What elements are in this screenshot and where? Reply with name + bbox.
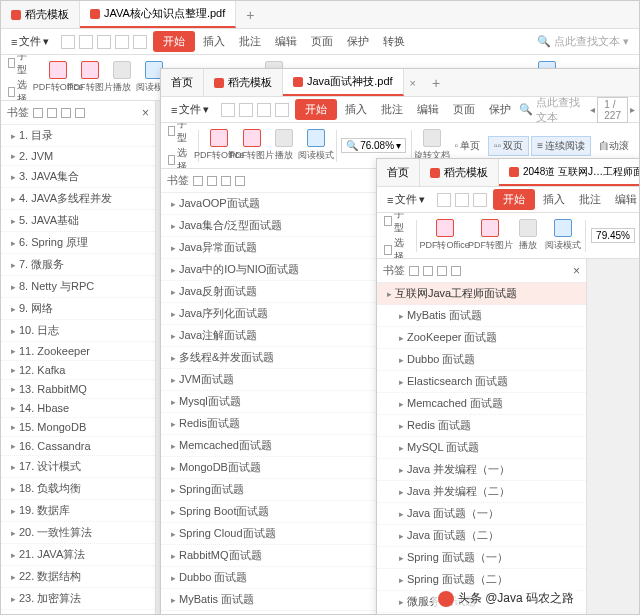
bookmark-item[interactable]: 23. 加密算法 bbox=[1, 588, 155, 610]
bookmark-item[interactable]: 多线程&并发面试题 bbox=[161, 347, 390, 369]
bookmark-item[interactable]: JavaOOP面试题 bbox=[161, 193, 390, 215]
start-tab[interactable]: 开始 bbox=[295, 99, 337, 120]
bookmark-item[interactable]: MongoDB面试题 bbox=[161, 457, 390, 479]
bookmark-item[interactable]: 10. 日志 bbox=[1, 320, 155, 342]
quick-icon[interactable] bbox=[437, 193, 451, 207]
read-mode[interactable]: 阅读模式 bbox=[301, 127, 331, 164]
bookmark-item[interactable]: Redis面试题 bbox=[161, 413, 390, 435]
tab-home[interactable]: 首页 bbox=[377, 159, 420, 186]
double-page[interactable]: ▫▫ 双页 bbox=[488, 136, 529, 156]
tab-document[interactable]: Java面试神技.pdf bbox=[283, 69, 404, 96]
bookmark-item[interactable]: Mysql面试题 bbox=[161, 391, 390, 413]
sidebar-icon[interactable] bbox=[221, 176, 231, 186]
menu-page[interactable]: 页面 bbox=[305, 32, 339, 51]
quick-icon[interactable] bbox=[239, 103, 253, 117]
bookmark-item[interactable]: Java异常面试题 bbox=[161, 237, 390, 259]
bookmark-item[interactable]: 12. Kafka bbox=[1, 361, 155, 380]
bookmark-item[interactable]: Spring Boot面试题 bbox=[161, 501, 390, 523]
bookmark-item[interactable]: Dubbo 面试题 bbox=[161, 567, 390, 589]
quick-icon[interactable] bbox=[133, 35, 147, 49]
start-tab[interactable]: 开始 bbox=[153, 31, 195, 52]
sidebar-icon[interactable] bbox=[61, 108, 71, 118]
pdf-to-image[interactable]: PDF转图片 bbox=[75, 59, 105, 96]
menu-insert[interactable]: 插入 bbox=[339, 100, 373, 119]
bookmark-list[interactable]: 1. 目录2. JVM3. JAVA集合4. JAVA多线程并发5. JAVA基… bbox=[1, 125, 155, 614]
bookmark-list[interactable]: JavaOOP面试题Java集合/泛型面试题Java异常面试题Java中的IO与… bbox=[161, 193, 390, 614]
menu-annotate[interactable]: 批注 bbox=[375, 100, 409, 119]
quick-icon[interactable] bbox=[455, 193, 469, 207]
bookmark-item[interactable]: 21. JAVA算法 bbox=[1, 544, 155, 566]
bookmark-item[interactable]: Redis 面试题 bbox=[377, 415, 586, 437]
close-icon[interactable]: × bbox=[573, 264, 580, 278]
play[interactable]: 播放 bbox=[513, 217, 543, 254]
zoom-control[interactable]: 🔍 76.08% ▾ bbox=[341, 138, 406, 153]
play[interactable]: 播放 bbox=[107, 59, 137, 96]
bookmark-item[interactable]: 4. JAVA多线程并发 bbox=[1, 188, 155, 210]
bookmark-item[interactable]: MyBatis 面试题 bbox=[377, 305, 586, 327]
bookmark-item[interactable]: Memcached面试题 bbox=[161, 435, 390, 457]
search[interactable]: 🔍 点此查找文本 bbox=[519, 95, 588, 125]
tab-document[interactable]: JAVA核心知识点整理.pdf bbox=[80, 1, 236, 28]
bookmark-item[interactable]: Java 面试题（一） bbox=[377, 503, 586, 525]
bookmark-list[interactable]: 互联网Java工程师面试题 MyBatis 面试题ZooKeeper 面试题Du… bbox=[377, 283, 586, 614]
bookmark-item[interactable]: 22. 数据结构 bbox=[1, 566, 155, 588]
sidebar-icon[interactable] bbox=[193, 176, 203, 186]
sidebar-icon[interactable] bbox=[235, 176, 245, 186]
start-tab[interactable]: 开始 bbox=[493, 189, 535, 210]
bookmark-item[interactable]: Linux 面试题 bbox=[377, 613, 586, 614]
single-page[interactable]: ▫ 单页 bbox=[449, 136, 487, 156]
hand-tool[interactable]: 手型 bbox=[168, 123, 190, 145]
bookmark-item[interactable]: 7. 微服务 bbox=[1, 254, 155, 276]
bookmark-item[interactable]: Java 面试题（二） bbox=[377, 525, 586, 547]
menu-edit[interactable]: 编辑 bbox=[411, 100, 445, 119]
continuous[interactable]: ≡ 连续阅读 bbox=[531, 136, 591, 156]
play[interactable]: 播放 bbox=[269, 127, 299, 164]
bookmark-item[interactable]: 1. 目录 bbox=[1, 125, 155, 147]
menu-insert[interactable]: 插入 bbox=[197, 32, 231, 51]
read-mode[interactable]: 阅读模式 bbox=[545, 217, 580, 254]
tab-templates[interactable]: 稻壳模板 bbox=[1, 1, 80, 28]
bookmark-item[interactable]: Java 并发编程（一） bbox=[377, 459, 586, 481]
file-menu[interactable]: ≡ 文件 ▾ bbox=[165, 100, 215, 119]
bookmark-item[interactable]: RabbitMQ面试题 bbox=[161, 545, 390, 567]
bookmark-item[interactable]: 互联网Java工程师面试题 bbox=[377, 283, 586, 305]
menu-protect[interactable]: 保护 bbox=[483, 100, 517, 119]
bookmark-item[interactable]: 20. 一致性算法 bbox=[1, 522, 155, 544]
bookmark-item[interactable]: Java反射面试题 bbox=[161, 281, 390, 303]
bookmark-item[interactable]: Elasticsearch 面试题 bbox=[377, 371, 586, 393]
document-area[interactable] bbox=[587, 259, 639, 614]
bookmark-item[interactable]: Spring Cloud面试题 bbox=[161, 523, 390, 545]
quick-icon[interactable] bbox=[275, 103, 289, 117]
sidebar-icon[interactable] bbox=[451, 266, 461, 276]
bookmark-item[interactable]: Spring 面试题（一） bbox=[377, 547, 586, 569]
quick-icon[interactable] bbox=[79, 35, 93, 49]
bookmark-item[interactable]: 19. 数据库 bbox=[1, 500, 155, 522]
tab-templates[interactable]: 稻壳模板 bbox=[204, 69, 283, 96]
bookmark-item[interactable]: 11. Zookeeper bbox=[1, 342, 155, 361]
bookmark-item[interactable]: Memcached 面试题 bbox=[377, 393, 586, 415]
bookmark-item[interactable]: Java集合/泛型面试题 bbox=[161, 215, 390, 237]
menu-convert[interactable]: 转换 bbox=[377, 32, 411, 51]
auto-scroll[interactable]: 自动滚 bbox=[593, 136, 635, 156]
sidebar-icon[interactable] bbox=[47, 108, 57, 118]
tab-close-icon[interactable]: × bbox=[404, 77, 422, 89]
tab-home[interactable]: 首页 bbox=[161, 69, 204, 96]
bookmark-item[interactable]: 6. Spring 原理 bbox=[1, 232, 155, 254]
bookmark-item[interactable]: ZooKeeper 面试题 bbox=[161, 611, 390, 614]
menu-page[interactable]: 页面 bbox=[447, 100, 481, 119]
quick-icon[interactable] bbox=[61, 35, 75, 49]
bookmark-item[interactable]: 9. 网络 bbox=[1, 298, 155, 320]
tab-add[interactable]: + bbox=[236, 7, 264, 23]
bookmark-item[interactable]: 24. 分布式缓存 bbox=[1, 610, 155, 614]
bookmark-item[interactable]: Java中的IO与NIO面试题 bbox=[161, 259, 390, 281]
menu-annotate[interactable]: 批注 bbox=[233, 32, 267, 51]
bookmark-item[interactable]: Java 并发编程（二） bbox=[377, 481, 586, 503]
sidebar-icon[interactable] bbox=[75, 108, 85, 118]
bookmark-item[interactable]: MySQL 面试题 bbox=[377, 437, 586, 459]
sidebar-icon[interactable] bbox=[423, 266, 433, 276]
hand-tool[interactable]: 手型 bbox=[8, 55, 30, 77]
bookmark-item[interactable]: 18. 负载均衡 bbox=[1, 478, 155, 500]
hand-tool[interactable]: 手型 bbox=[384, 213, 408, 235]
bookmark-item[interactable]: 14. Hbase bbox=[1, 399, 155, 418]
bookmark-item[interactable]: ZooKeeper 面试题 bbox=[377, 327, 586, 349]
